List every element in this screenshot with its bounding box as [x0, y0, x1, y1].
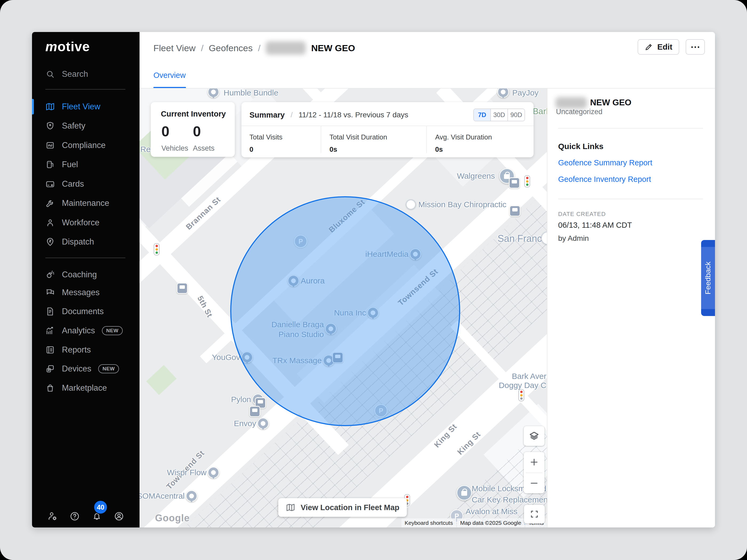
poi-label-line1: Mobile Locksm	[472, 484, 525, 493]
view-location-button[interactable]: View Location in Fleet Map	[278, 498, 407, 517]
sidebar-item-fleet-view[interactable]: Fleet View	[40, 99, 137, 114]
geofence-inventory-report-link[interactable]: Geofence Inventory Report	[558, 175, 651, 184]
poi-label: Envoy	[234, 419, 256, 428]
sidebar-item-label: Messages	[62, 288, 100, 297]
toggle-90d[interactable]: 90D	[508, 109, 524, 121]
sidebar-item-documents[interactable]: Documents	[40, 304, 137, 319]
sidebar-search[interactable]: Search	[45, 69, 88, 79]
summary-title: Summary	[250, 111, 285, 119]
sidebar-item-devices[interactable]: Devices NEW	[40, 361, 137, 376]
more-actions-button[interactable]: ⋯	[686, 39, 705, 55]
map-data-label: Map data ©2025 Google	[457, 518, 524, 528]
sidebar-item-workforce[interactable]: Workforce	[40, 215, 137, 231]
shield-icon	[45, 121, 55, 131]
user-settings-icon[interactable]	[47, 511, 58, 522]
zoom-out-button[interactable]	[524, 473, 544, 494]
breadcrumb-fleet-view[interactable]: Fleet View	[153, 43, 196, 53]
metric-label: Avg. Visit Duration	[435, 133, 492, 141]
sidebar-item-label: Devices	[62, 364, 91, 374]
sidebar-item-label: Dispatch	[62, 237, 94, 247]
sidebar-item-label: Coaching	[62, 270, 97, 279]
poi-label: Wispr Flow	[167, 468, 206, 477]
map-layers-button[interactable]	[524, 426, 544, 446]
metric-value: 0s	[330, 145, 337, 154]
sidebar-item-maintenance[interactable]: Maintenance	[40, 195, 137, 211]
panel-title: NEW GEO	[590, 98, 632, 107]
poi-dot[interactable]	[406, 199, 416, 210]
feedback-label: Feedback	[704, 262, 712, 294]
sidebar-item-analytics[interactable]: Analytics NEW	[40, 323, 137, 339]
summary-separator: /	[290, 111, 293, 119]
sidebar-item-coaching[interactable]: Coaching	[40, 267, 137, 283]
toggle-30d[interactable]: 30D	[490, 109, 508, 121]
poi-pin[interactable]	[208, 466, 219, 478]
keyboard-shortcuts-link[interactable]: Keyboard shortcuts	[402, 518, 456, 528]
search-label: Search	[62, 69, 88, 79]
metric-value: 0s	[435, 145, 443, 154]
created-by: by Admin	[558, 234, 589, 243]
credit-card-icon	[45, 179, 55, 189]
report-icon	[45, 345, 55, 355]
whistle-icon	[45, 270, 55, 279]
breadcrumb: Fleet View / Geofences / NEW GEO	[153, 39, 355, 56]
sidebar-item-messages[interactable]: Messages	[40, 285, 137, 300]
analytics-chart-icon	[45, 326, 55, 336]
assets-label: Assets	[193, 144, 214, 153]
edit-button[interactable]: Edit	[638, 39, 679, 55]
sidebar-item-cards[interactable]: Cards	[40, 176, 137, 192]
notification-badge[interactable]: 40	[93, 500, 108, 514]
detail-panel: NEW GEO Uncategorized Quick Links Geofen…	[547, 88, 715, 528]
sidebar: motive Search Fleet View Safety Complian…	[32, 32, 139, 528]
map-zoom-control	[524, 452, 544, 494]
poi-label-line1: Bark Aver	[499, 372, 546, 381]
poi-label-line2: Car Key Replacement	[472, 495, 547, 504]
app-window: motive Search Fleet View Safety Complian…	[32, 32, 715, 528]
sidebar-item-label: Documents	[62, 306, 104, 316]
help-icon[interactable]	[69, 511, 80, 522]
sidebar-item-fuel[interactable]: Fuel	[40, 157, 137, 172]
shopping-bag-icon	[45, 383, 55, 393]
chat-bubbles-icon	[45, 288, 55, 297]
inventory-title: Current Inventory	[161, 110, 226, 118]
summary-divider	[241, 126, 534, 126]
feedback-tab[interactable]: Feedback	[701, 240, 715, 316]
google-logo: Google	[155, 512, 190, 524]
vehicles-label: Vehicles	[161, 144, 188, 153]
zoom-in-button[interactable]	[524, 452, 544, 473]
traffic-light-icon	[524, 175, 530, 187]
geofence-summary-report-link[interactable]: Geofence Summary Report	[558, 158, 652, 167]
fullscreen-icon	[529, 509, 539, 519]
breadcrumb-geofences[interactable]: Geofences	[209, 43, 253, 53]
motive-logo: motive	[45, 39, 90, 54]
map-fullscreen-button[interactable]	[524, 505, 545, 524]
date-created-label: DATE CREATED	[558, 211, 606, 218]
account-icon[interactable]	[114, 511, 124, 522]
poi-pin[interactable]	[497, 88, 509, 98]
sidebar-item-label: Fuel	[62, 160, 78, 169]
sidebar-item-safety[interactable]: Safety	[40, 118, 137, 134]
sidebar-item-reports[interactable]: Reports	[40, 342, 137, 357]
sidebar-item-marketplace[interactable]: Marketplace	[40, 380, 137, 396]
geofence-circle[interactable]	[230, 196, 460, 426]
tab-overview[interactable]: Overview	[153, 71, 186, 80]
poi-label-line2: Doggy Day C	[499, 381, 546, 390]
poi-pin[interactable]	[257, 418, 269, 429]
map-park	[146, 365, 177, 395]
poi-pin[interactable]	[186, 490, 198, 502]
poi-pin-bag[interactable]	[457, 485, 472, 501]
panel-category: Uncategorized	[556, 108, 602, 116]
sidebar-item-compliance[interactable]: Compliance	[40, 138, 137, 153]
sidebar-divider	[45, 258, 125, 258]
poi-label: Bark Aver Doggy Day C	[499, 372, 546, 390]
assets-value: 0	[193, 123, 201, 139]
park-label-cut: Barl	[533, 106, 547, 116]
traffic-light-icon	[154, 243, 159, 256]
sidebar-item-dispatch[interactable]: Dispatch	[40, 234, 137, 249]
pencil-icon	[645, 43, 653, 51]
poi-label: Pylon	[231, 395, 251, 404]
toggle-7d[interactable]: 7D	[474, 109, 490, 121]
poi-label: PayJoy	[512, 88, 538, 97]
metric-divider	[426, 126, 427, 153]
document-icon	[45, 306, 55, 316]
person-icon	[45, 218, 55, 228]
